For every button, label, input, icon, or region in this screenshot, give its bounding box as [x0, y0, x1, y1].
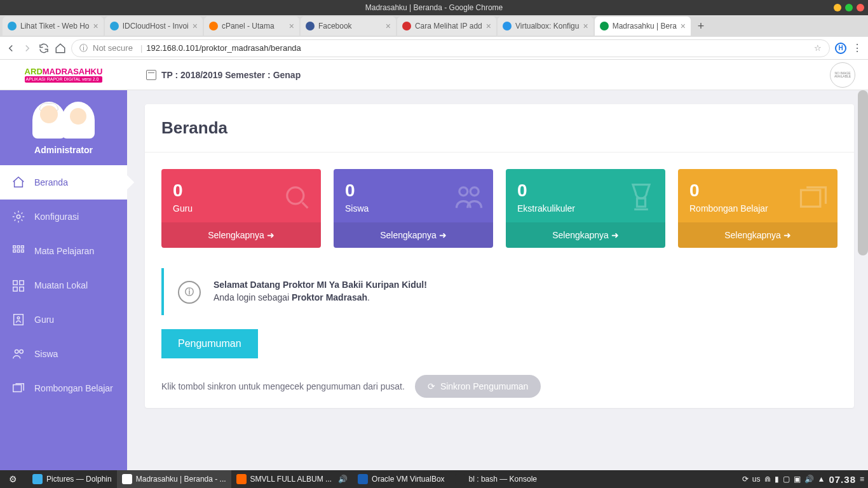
sidebar-item-muatan-lokal[interactable]: Muatan Lokal [0, 268, 127, 302]
svg-rect-20 [801, 190, 820, 207]
browser-tab[interactable]: Virtualbox: Konfigu× [498, 17, 593, 36]
volume-tray-icon[interactable]: 🔊 [804, 475, 814, 484]
nav-item-icon [11, 244, 25, 258]
updates-tray-icon[interactable]: ⟳ [742, 475, 749, 484]
window-titlebar: Madrasahku | Beranda - Google Chrome [0, 0, 868, 15]
security-status: Not secure [93, 43, 133, 53]
window-maximize-icon[interactable] [845, 4, 853, 11]
browser-tab[interactable]: Lihat Tiket - Web Ho× [3, 17, 104, 36]
browser-tab[interactable]: Madrasahku | Bera× [595, 17, 691, 36]
tab-close-icon[interactable]: × [386, 21, 391, 31]
taskbar-app[interactable]: bl : bash — Konsole [450, 470, 542, 488]
home-button[interactable] [55, 43, 66, 54]
sync-announcement-button[interactable]: ⟳ Sinkron Pengumuman [415, 375, 541, 398]
sidebar-item-mata-pelajaran[interactable]: Mata Pelajaran [0, 234, 127, 268]
forward-button[interactable] [22, 43, 33, 54]
updates2-tray-icon[interactable]: ▲ [818, 475, 825, 484]
svg-rect-9 [13, 287, 17, 291]
stat-icon [280, 180, 313, 214]
tab-favicon-icon [402, 22, 411, 30]
tab-close-icon[interactable]: × [289, 21, 294, 31]
taskbar-app-label: Madrasahku | Beranda - ... [136, 475, 226, 484]
brand-logo[interactable]: ARDMADRASAHKU APLIKASI RAPOR DIGITAL ver… [0, 67, 127, 83]
window-close-icon[interactable] [857, 4, 864, 11]
info-icon: ⓘ [178, 281, 201, 304]
sidebar-item-konfigurasi[interactable]: Konfigurasi [0, 200, 127, 234]
browser-tab[interactable]: cPanel - Utama× [204, 17, 299, 36]
clipboard-tray-icon[interactable]: ▢ [783, 475, 790, 484]
nav-item-icon [11, 347, 25, 361]
tab-title: cPanel - Utama [222, 22, 285, 30]
stat-icon [452, 180, 485, 214]
stat-more-link[interactable]: Selengkapnya ➜ [506, 222, 665, 248]
session-tray-icon[interactable]: ≡ [860, 475, 864, 484]
wifi-tray-icon[interactable]: ⋒ [764, 475, 771, 484]
tab-close-icon[interactable]: × [486, 21, 491, 31]
svg-point-0 [17, 215, 20, 219]
nav-item-icon [11, 175, 25, 189]
new-tab-button[interactable]: + [692, 20, 710, 33]
stat-card-siswa: 0SiswaSelengkapnya ➜ [334, 169, 493, 248]
nav-item-icon [11, 313, 25, 327]
sidebar-item-beranda[interactable]: Beranda [0, 165, 127, 200]
address-bar[interactable]: ⓘ Not secure | 192.168.0.101/proktor_mad… [71, 39, 830, 57]
url-text: 192.168.0.101/proktor_madrasah/beranda [146, 43, 301, 53]
profile-avatar[interactable]: NO IMAGE AVAILABLE [830, 62, 855, 88]
star-icon[interactable]: ☆ [814, 43, 822, 53]
tab-close-icon[interactable]: × [583, 21, 588, 31]
battery-tray-icon[interactable]: ▮ [775, 475, 779, 484]
sidebar-item-guru[interactable]: Guru [0, 302, 127, 337]
svg-rect-1 [13, 246, 16, 248]
window-minimize-icon[interactable] [834, 4, 841, 11]
taskbar-app-label: bl : bash — Konsole [469, 475, 537, 484]
taskbar-app-label: Pictures — Dolphin [46, 475, 112, 484]
stat-more-link[interactable]: Selengkapnya ➜ [334, 222, 493, 248]
stat-icon [797, 180, 830, 214]
browser-tab[interactable]: Facebook× [301, 17, 396, 36]
svg-point-14 [20, 350, 24, 354]
scrollbar[interactable] [858, 90, 868, 255]
svg-rect-2 [17, 246, 20, 248]
clock[interactable]: 07.38 [829, 474, 856, 485]
back-button[interactable] [5, 43, 17, 54]
tab-favicon-icon [600, 22, 609, 30]
tab-pengumuman[interactable]: Pengumuman [161, 329, 258, 358]
taskbar-app[interactable]: Oracle VM VirtualBox [353, 470, 450, 488]
svg-point-13 [15, 350, 19, 354]
sidebar-item-siswa[interactable]: Siswa [0, 337, 127, 371]
tab-favicon-icon [209, 22, 218, 30]
notifications-tray-icon[interactable]: ▣ [794, 475, 801, 484]
sidebar-item-rombongan-belajar[interactable]: Rombongan Belajar [0, 371, 127, 405]
extension-icon[interactable]: H [835, 43, 846, 54]
stat-more-link[interactable]: Selengkapnya ➜ [678, 222, 837, 248]
keyboard-layout[interactable]: us [752, 475, 761, 484]
browser-tab[interactable]: Cara Melihat IP add× [397, 17, 496, 36]
tab-title: Facebook [318, 22, 382, 30]
tab-favicon-icon [8, 22, 17, 30]
volume-overlay-icon[interactable]: 🔊 [338, 475, 348, 484]
nav-item-label: Guru [34, 315, 54, 325]
svg-rect-6 [22, 250, 24, 252]
site-info-icon[interactable]: ⓘ [79, 43, 88, 54]
taskbar-app-icon [455, 474, 465, 484]
tab-close-icon[interactable]: × [193, 21, 198, 31]
tab-title: Madrasahku | Bera [613, 22, 677, 30]
app-launcher[interactable]: ⚙ [4, 470, 22, 488]
tab-close-icon[interactable]: × [681, 21, 686, 31]
taskbar-app[interactable]: Pictures — Dolphin [27, 470, 117, 488]
browser-tab[interactable]: IDCloudHost - Invoi× [105, 17, 203, 36]
taskbar-app[interactable]: SMVLL FULL ALBUM ...🔊 [231, 470, 353, 488]
stat-more-link[interactable]: Selengkapnya ➜ [161, 222, 321, 248]
menu-button[interactable]: ⋮ [851, 43, 863, 54]
tab-favicon-icon [503, 22, 512, 30]
page-title: Beranda [161, 118, 837, 138]
svg-rect-19 [637, 198, 646, 207]
brand-sub: APLIKASI RAPOR DIGITAL versi 2.0 [25, 76, 103, 83]
browser-toolbar: ⓘ Not secure | 192.168.0.101/proktor_mad… [0, 37, 868, 60]
reload-button[interactable] [38, 43, 50, 54]
taskbar-app[interactable]: Madrasahku | Beranda - ... [117, 470, 231, 488]
tab-close-icon[interactable]: × [93, 21, 98, 31]
svg-rect-4 [13, 250, 16, 252]
welcome-title: Selamat Datang Proktor MI Ya Bakii Kurip… [214, 280, 427, 290]
sync-icon: ⟳ [428, 381, 435, 391]
